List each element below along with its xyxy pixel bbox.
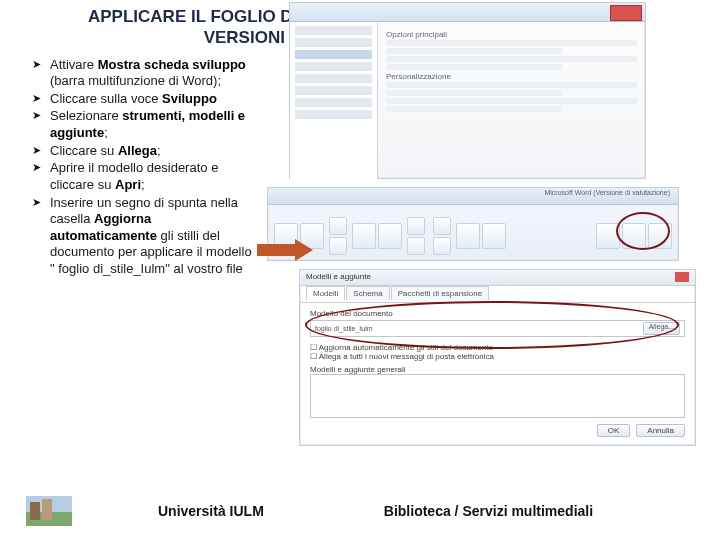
tab-schema: Schema (346, 286, 389, 300)
instruction-item: Selezionare strumenti, modelli e aggiunt… (32, 108, 257, 141)
ctrl3-icon (433, 217, 451, 235)
global-addins-list (310, 374, 685, 418)
footer-library: Biblioteca / Servizi multimediali (384, 503, 593, 519)
dialog-buttons: OK Annulla (310, 424, 685, 437)
highlight-circle-ribbon (616, 212, 670, 250)
addins-icon (352, 223, 376, 249)
dialog-titlebar: Modelli e aggiunte (300, 270, 695, 286)
iulm-logo (26, 496, 72, 526)
schema-icon (482, 223, 506, 249)
ctrl2-icon (407, 237, 425, 255)
word-options-screenshot: Opzioni principali Personalizzazione (289, 2, 646, 179)
ok-button[interactable]: OK (597, 424, 631, 437)
highlight-ellipse-dialog (305, 301, 679, 349)
instruction-panel: Attivare Mostra scheda sviluppo (barra m… (32, 57, 257, 279)
global-label: Modelli e aggiunte generali (310, 365, 685, 374)
record-icon (329, 217, 347, 235)
instruction-item: Cliccare su Allega; (32, 143, 257, 160)
ctrl4-icon (433, 237, 451, 255)
arrow-icon (257, 239, 317, 261)
options-main: Opzioni principali Personalizzazione (378, 22, 645, 179)
templates-dialog-screenshot: Modelli e aggiunte ModelliSchemaPacchett… (299, 269, 696, 446)
controls-icon (378, 223, 402, 249)
tab-pacchetti: Pacchetti di espansione (391, 286, 490, 300)
options-sidebar (290, 22, 378, 179)
dialog-title: Modelli e aggiunte (306, 272, 371, 281)
close-icon (610, 5, 642, 21)
screenshots-area: Opzioni principali Personalizzazione Mic… (267, 57, 702, 279)
instruction-item: Cliccare sulla voce Sviluppo (32, 91, 257, 108)
security-icon (329, 237, 347, 255)
ribbon-app-label: Microsoft Word (Versione di valutazione) (544, 189, 670, 196)
tab-modelli: Modelli (306, 286, 345, 300)
ctrl1-icon (407, 217, 425, 235)
dialog-tabs: ModelliSchemaPacchetti di espansione (300, 286, 695, 303)
footer-university: Università IULM (158, 503, 264, 519)
options-titlebar (290, 3, 645, 22)
cancel-button[interactable]: Annulla (636, 424, 685, 437)
close-icon (675, 272, 689, 282)
xml-icon (456, 223, 480, 249)
instruction-item: Attivare Mostra scheda sviluppo (barra m… (32, 57, 257, 90)
instruction-item: Aprire il modello desiderato e cliccare … (32, 160, 257, 193)
ribbon-screenshot: Microsoft Word (Versione di valutazione) (267, 187, 679, 261)
checkbox-attach-mail[interactable]: ☐ Allega a tutti i nuovi messaggi di pos… (310, 352, 685, 361)
instruction-item: Inserire un segno di spunta nella casell… (32, 195, 257, 278)
instruction-list: Attivare Mostra scheda sviluppo (barra m… (32, 57, 257, 278)
footer: Università IULM Biblioteca / Servizi mul… (0, 496, 720, 526)
